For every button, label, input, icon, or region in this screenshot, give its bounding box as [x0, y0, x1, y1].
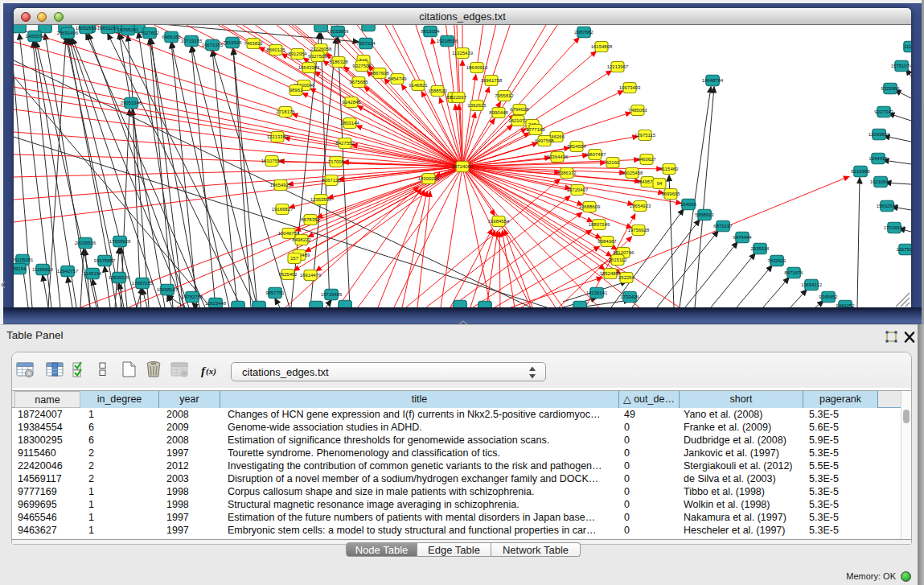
svg-text:16671355: 16671355 [202, 43, 224, 47]
svg-text:18724007: 18724007 [452, 164, 474, 169]
svg-text:6794028: 6794028 [510, 107, 529, 112]
svg-text:18300295: 18300295 [418, 176, 440, 181]
svg-text:7386372: 7386372 [557, 171, 577, 175]
svg-text:7625402: 7625402 [278, 272, 298, 277]
svg-text:15716485: 15716485 [321, 292, 343, 297]
svg-text:(x): (x) [206, 366, 216, 377]
svg-text:9474444: 9474444 [733, 235, 752, 240]
svg-text:8660125: 8660125 [266, 47, 285, 52]
svg-text:16154808: 16154808 [591, 44, 613, 49]
svg-text:19654925: 19654925 [270, 183, 292, 187]
svg-text:18640910: 18640910 [466, 65, 488, 70]
svg-text:717006: 717006 [328, 159, 345, 164]
svg-text:8454749: 8454749 [388, 76, 407, 81]
svg-text:9327508: 9327508 [352, 64, 372, 68]
svg-text:8267130: 8267130 [322, 178, 341, 183]
svg-text:8678352: 8678352 [301, 217, 320, 222]
svg-text:16055261: 16055261 [117, 27, 139, 32]
svg-text:19756928: 19756928 [628, 228, 650, 233]
svg-text:17959928: 17959928 [109, 239, 131, 244]
svg-text:6879197: 6879197 [713, 224, 733, 229]
svg-text:7955812: 7955812 [495, 93, 514, 98]
svg-text:1588520: 1588520 [428, 89, 447, 93]
svg-text:12093822: 12093822 [869, 132, 890, 137]
svg-text:16961758: 16961758 [481, 78, 503, 83]
svg-text:9329966: 9329966 [881, 86, 900, 91]
svg-text:1621072: 1621072 [508, 118, 528, 123]
svg-text:16107553: 16107553 [261, 159, 283, 163]
svg-text:12213389: 12213389 [267, 134, 289, 139]
svg-text:9245652: 9245652 [819, 295, 838, 299]
svg-text:16543382: 16543382 [298, 65, 320, 70]
svg-text:8215958: 8215958 [851, 169, 870, 174]
svg-text:10654112: 10654112 [801, 282, 823, 287]
svg-text:98961: 98961 [290, 88, 303, 93]
svg-text:8427552: 8427552 [335, 141, 355, 146]
svg-text:12505135: 12505135 [109, 275, 130, 280]
svg-text:17016504: 17016504 [884, 225, 906, 230]
svg-text:20206536: 20206536 [75, 241, 97, 245]
svg-text:12942757: 12942757 [57, 269, 79, 274]
svg-text:1527602: 1527602 [140, 31, 159, 35]
svg-text:9463627: 9463627 [637, 157, 656, 162]
svg-text:9227343: 9227343 [874, 109, 893, 114]
svg-text:16914479: 16914479 [300, 273, 322, 278]
svg-text:5958923: 5958923 [695, 212, 714, 217]
svg-text:12213967: 12213967 [607, 64, 629, 69]
svg-text:9327509: 9327509 [308, 54, 327, 59]
svg-text:1167534: 1167534 [897, 247, 911, 252]
svg-text:17957255: 17957255 [132, 281, 154, 286]
svg-text:10807487: 10807487 [585, 152, 606, 157]
svg-text:2867608: 2867608 [370, 71, 389, 76]
svg-text:19218506: 19218506 [437, 39, 458, 43]
svg-text:10025458: 10025458 [622, 171, 643, 175]
svg-text:19384554: 19384554 [488, 219, 510, 224]
svg-text:3824554: 3824554 [567, 144, 586, 149]
svg-text:10653267: 10653267 [97, 26, 119, 31]
svg-text:2087682: 2087682 [574, 30, 593, 35]
svg-text:8912954: 8912954 [288, 51, 307, 56]
svg-text:9464252: 9464252 [836, 303, 855, 307]
svg-text:15692971: 15692971 [877, 204, 898, 208]
svg-text:9146821: 9146821 [409, 83, 428, 88]
svg-text:10973493: 10973493 [619, 85, 641, 90]
svg-text:164095: 164095 [680, 202, 697, 207]
svg-text:2935114: 2935114 [751, 246, 770, 251]
svg-text:15751074: 15751074 [891, 64, 911, 68]
svg-text:2718176: 2718176 [276, 109, 295, 114]
svg-text:252254: 252254 [618, 275, 635, 280]
svg-text:7463822: 7463822 [244, 41, 263, 46]
svg-text:7357224: 7357224 [356, 41, 376, 46]
svg-text:19166827: 19166827 [272, 207, 294, 212]
svg-text:29053346: 29053346 [121, 101, 142, 105]
svg-text:8813054: 8813054 [421, 29, 440, 34]
svg-text:94: 94 [657, 181, 663, 186]
svg-text:1733426: 1733426 [620, 295, 639, 299]
svg-text:8471676: 8471676 [784, 270, 803, 275]
svg-text:9242845: 9242845 [342, 100, 361, 105]
svg-text:11172: 11172 [904, 44, 911, 49]
svg-text:7515526: 7515526 [223, 40, 242, 45]
svg-text:18807249: 18807249 [589, 222, 610, 227]
svg-text:10688609: 10688609 [579, 204, 601, 209]
svg-text:19654923: 19654923 [630, 204, 651, 208]
svg-text:9699695: 9699695 [661, 192, 680, 196]
svg-text:8990448: 8990448 [489, 110, 508, 115]
svg-text:10033809: 10033809 [327, 29, 349, 34]
svg-text:822037: 822037 [450, 95, 467, 100]
svg-text:6466160: 6466160 [162, 35, 181, 39]
svg-text:8186328: 8186328 [329, 60, 348, 64]
svg-text:10958107: 10958107 [157, 287, 179, 292]
svg-text:7632621: 7632621 [767, 258, 786, 263]
svg-text:11923448: 11923448 [205, 301, 227, 306]
svg-text:9777169: 9777169 [526, 127, 545, 132]
svg-text:16648784: 16648784 [702, 78, 724, 83]
svg-text:62160: 62160 [606, 160, 620, 165]
svg-text:18052569: 18052569 [76, 26, 97, 31]
svg-text:9084067: 9084067 [598, 239, 617, 244]
svg-text:39154: 39154 [14, 266, 27, 271]
svg-text:16210643: 16210643 [870, 179, 892, 184]
svg-text:14136141: 14136141 [586, 290, 608, 295]
svg-text:12975115: 12975115 [634, 133, 656, 138]
svg-text:8498222: 8498222 [292, 237, 311, 242]
